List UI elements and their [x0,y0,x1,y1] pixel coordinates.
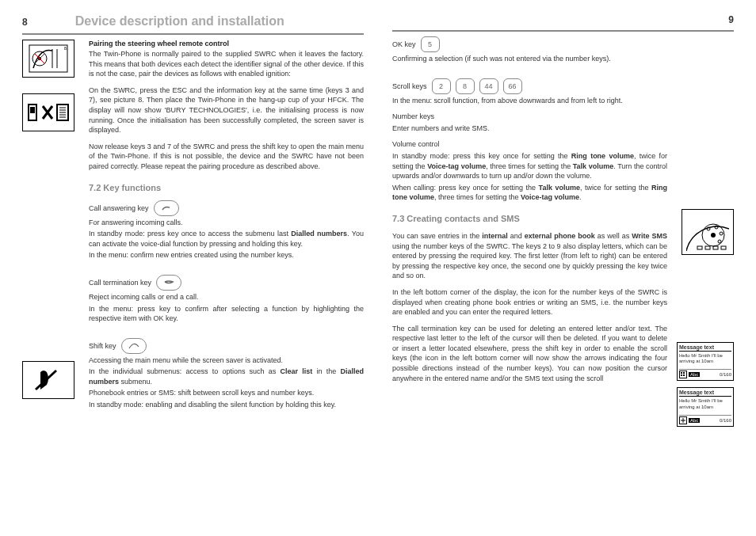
pairing-p2: On the SWRC, press the ESC and the infor… [89,86,364,135]
svg-point-20 [711,233,716,238]
shift-p4: In standby mode: enabling and disabling … [89,400,364,410]
figure-msg-2: Message text Hello Mr Smith I'll be arri… [677,387,734,426]
svg-rect-28 [721,246,726,249]
c73-p3: The call termination key can be used for… [392,324,667,384]
abc-badge-2: Abc [689,418,700,423]
page-number-right: 9 [728,14,734,25]
page-number-left: 8 [22,17,28,28]
char-count: 0/160 [720,372,731,377]
msg1-footer: Abc 0/160 [679,369,731,378]
ok-p1: Confirming a selection (if such was not … [392,54,667,64]
dial-icon [686,213,729,251]
call-term-p2: In the menu: press key to confirm after … [89,304,364,324]
doc-title: Device description and installation [75,14,284,29]
vol-label: Volume control [392,139,667,150]
header-right: 9 [392,14,734,25]
call-term-p1: Reject incoming calls or end a call. [89,292,364,302]
left-text: Pairing the steering wheel remote contro… [89,40,364,416]
left-icon-gutter: 8. [22,40,78,416]
svg-rect-0 [29,45,67,72]
svg-rect-26 [705,246,710,249]
silent-icon [32,366,64,394]
document-spread: 8 Device description and installation 8. [0,0,756,441]
swrc-icon: 8. [29,44,68,73]
ok-row: OK key 5 [392,36,667,52]
figure-silent [22,361,74,399]
scroll-key-down: 8 [456,78,475,94]
section-7-3: 7.3 Creating contacts and SMS [392,214,667,223]
phone-x-sim-icon [25,98,71,127]
scroll-key-right: 66 [503,78,522,94]
msg2-body: Hello Mr Smith I'll be arriving at 10am [679,398,731,409]
num-label: Number keys [392,112,667,122]
right-text: OK key 5 Confirming a selection (if such… [392,36,667,433]
svg-rect-27 [713,246,718,249]
scroll-label: Scroll keys [392,82,427,90]
call-answer-key-icon [154,200,179,216]
msg2-footer: Abc 0/160 [679,415,731,424]
scroll-row: Scroll keys 2 8 44 66 [392,78,667,94]
c73-p1: You can save entries in the internal and… [392,231,667,281]
scroll-p1: In the menu: scroll function, from above… [392,96,667,106]
arrows-icon [679,416,687,424]
svg-rect-32 [683,374,685,376]
shift-p2: In the individual submenus: access to op… [89,367,364,386]
vol-p2: When calling: press key once for setting… [392,183,667,203]
grid-icon [679,371,687,378]
svg-point-24 [718,240,721,243]
right-icon-gutter: Message text Hello Mr Smith I'll be arri… [678,36,734,433]
call-ans-p2: In standby mode: press key once to acces… [89,229,364,249]
svg-rect-30 [683,372,685,374]
char-count-2: 0/160 [720,418,731,423]
msg1-body: Hello Mr Smith I'll be arriving at 10am [679,353,731,364]
call-ans-p1: For answering incoming calls. [89,218,364,228]
shift-row: Shift key [89,338,364,354]
section-7-2: 7.2 Key functions [89,183,364,192]
figure-swrc: 8. [22,40,74,78]
svg-rect-31 [681,374,682,376]
pairing-p3: Now release keys 3 and 7 of the SWRC and… [89,142,364,172]
svg-point-23 [720,232,723,235]
shift-p1: Accessing the main menu while the screen… [89,355,364,366]
figure-phone-x-sim [22,93,74,131]
ok-key-icon: 5 [421,36,440,52]
scroll-key-left: 44 [479,78,498,94]
num-p1: Enter numbers and write SMS. [392,124,667,134]
pairing-p1: The Twin-Phone is normally paired to the… [89,49,364,79]
msg1-title: Message text [679,344,731,352]
call-answer-label: Call answering key [89,204,149,212]
page-right: 9 OK key 5 Confirming a selection (if su… [392,14,734,433]
call-answer-row: Call answering key [89,200,364,216]
call-term-key-icon [156,275,181,291]
call-ans-p3: In the menu: confirm new entries created… [89,250,364,260]
vol-p1: In standby mode: press this key once for… [392,151,667,181]
abc-badge: Abc [689,372,700,377]
svg-text:8.: 8. [64,46,67,51]
svg-rect-29 [681,372,682,374]
page-left: 8 Device description and installation 8. [22,14,364,433]
ok-label: OK key [392,40,416,48]
rule-left [22,33,364,35]
figure-dial [682,209,734,255]
call-term-row: Call termination key [89,275,364,291]
pairing-heading: Pairing the steering wheel remote contro… [89,40,364,48]
shift-label: Shift key [89,342,116,350]
msg2-title: Message text [679,390,731,397]
scroll-key-up: 2 [432,78,451,94]
rule-right [392,30,734,32]
header-left: 8 Device description and installation [22,14,364,29]
c73-p2: In the left bottom corner of the display… [392,287,667,317]
svg-rect-9 [30,107,35,113]
shift-key-icon [121,338,147,354]
svg-rect-25 [697,246,702,249]
figure-msg-1: Message text Hello Mr Smith I'll be arri… [677,342,734,381]
call-term-label: Call termination key [89,279,151,287]
shift-p3: Phonebook entries or SMS: shift between … [89,388,364,398]
